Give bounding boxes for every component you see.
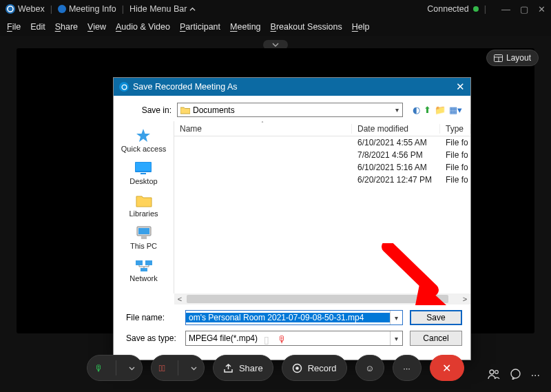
dialog-titlebar[interactable]: Save Recorded Meeting As ✕ — [114, 78, 470, 96]
scroll-left-icon[interactable]: < — [174, 295, 185, 303]
place-this-pc[interactable]: This PC — [130, 223, 157, 252]
cancel-button[interactable]: Cancel — [410, 331, 462, 346]
svg-rect-11 — [141, 236, 147, 239]
svg-point-17 — [295, 367, 299, 370]
end-meeting-button[interactable]: ✕ — [430, 355, 464, 381]
save-button[interactable]: Save — [410, 310, 462, 325]
save-dialog: Save Recorded Meeting As ✕ Save in: Docu… — [113, 77, 471, 360]
save-type-field[interactable]: MPEG4 file(*.mp4) ▾ — [185, 331, 403, 346]
ellipsis-icon: ··· — [403, 363, 410, 373]
video-button[interactable]: ▢⃠ — [151, 355, 205, 381]
save-type-value: MPEG4 file(*.mp4) — [186, 333, 390, 343]
panels-more-button[interactable]: ··· — [531, 369, 540, 382]
file-name-value: om's Personal Room 2021-07-09-08-50-31.m… — [186, 313, 390, 322]
folder-icon — [180, 106, 190, 114]
hide-menu-toggle[interactable]: Hide Menu Bar — [129, 4, 196, 14]
save-in-label: Save in: — [122, 105, 171, 115]
chevron-down-icon: ▾ — [391, 106, 402, 114]
share-button[interactable]: Share — [213, 355, 273, 381]
menu-bar: File Edit Share View Audio & Video Parti… — [0, 18, 551, 36]
chevron-down-icon[interactable]: ▾ — [390, 311, 402, 324]
place-desktop[interactable]: Desktop — [129, 158, 157, 187]
file-name-field[interactable]: om's Personal Room 2021-07-09-08-50-31.m… — [185, 310, 403, 325]
menu-edit[interactable]: Edit — [30, 22, 45, 32]
menu-file[interactable]: File — [7, 22, 21, 32]
menu-participant[interactable]: Participant — [180, 22, 220, 32]
quick-access-icon — [133, 127, 154, 144]
file-list[interactable]: Name Date modified Type ˄ 6/10/2021 4:55… — [174, 121, 470, 293]
file-row[interactable]: 6/10/2021 4:55 AMFile fo — [174, 136, 470, 149]
smile-icon: ☺ — [365, 363, 374, 373]
scroll-thumb[interactable] — [187, 295, 448, 303]
svg-point-0 — [8, 6, 13, 12]
device-phone-icon[interactable]: ▯ — [264, 334, 269, 345]
column-type[interactable]: Type — [440, 124, 470, 134]
place-label: Quick access — [121, 145, 166, 153]
webex-logo-icon — [6, 4, 15, 14]
close-icon: ✕ — [442, 362, 451, 375]
save-in-combo[interactable]: Documents ▾ — [177, 103, 403, 117]
desktop-icon — [133, 160, 154, 176]
hide-menu-label: Hide Menu Bar — [129, 4, 187, 14]
record-button[interactable]: Record — [282, 355, 347, 381]
svg-point-20 — [511, 369, 520, 378]
svg-rect-8 — [141, 173, 146, 174]
nav-back-icon[interactable]: ◐ — [413, 105, 420, 115]
horizontal-scrollbar[interactable]: < > — [174, 293, 470, 305]
separator: | — [50, 4, 52, 14]
menu-meeting[interactable]: Meeting — [230, 22, 260, 32]
libraries-icon — [134, 192, 154, 209]
place-libraries[interactable]: Libraries — [129, 190, 158, 220]
scroll-right-icon[interactable]: > — [459, 295, 470, 303]
separator: | — [122, 4, 124, 14]
place-label: This PC — [130, 242, 157, 250]
mute-button[interactable]: 🎙 — [87, 355, 143, 381]
layout-label: Layout — [506, 53, 531, 63]
menu-share[interactable]: Share — [55, 22, 78, 32]
column-date[interactable]: Date modified — [352, 124, 440, 134]
mute-options-chevron[interactable] — [122, 355, 142, 380]
file-row[interactable]: 7/8/2021 4:56 PMFile fo — [174, 149, 470, 161]
maximize-button[interactable]: ▢ — [520, 5, 528, 14]
file-name-label: File name: — [122, 313, 178, 322]
sort-indicator-icon: ˄ — [261, 121, 264, 127]
chat-panel-button[interactable] — [510, 369, 521, 382]
save-in-value: Documents — [193, 105, 235, 115]
minimize-button[interactable]: — — [501, 5, 510, 14]
svg-rect-14 — [141, 268, 147, 271]
file-row[interactable]: 6/20/2021 12:47 PMFile fo — [174, 174, 470, 186]
record-label: Record — [308, 363, 337, 373]
menu-help[interactable]: Help — [352, 22, 370, 32]
new-folder-icon[interactable]: 📁 — [435, 105, 446, 115]
app-name: Webex — [18, 4, 45, 14]
file-list-header[interactable]: Name Date modified Type ˄ — [174, 121, 470, 136]
dialog-title-text: Save Recorded Meeting As — [133, 82, 237, 92]
participants-panel-button[interactable] — [488, 369, 500, 382]
mic-muted-icon[interactable]: 🎙 — [278, 334, 287, 345]
view-menu-icon[interactable]: ▦▾ — [449, 105, 462, 115]
chevron-down-icon[interactable]: ▾ — [390, 331, 402, 345]
place-label: Network — [129, 274, 157, 282]
info-icon[interactable] — [58, 5, 66, 13]
separator: | — [484, 4, 486, 14]
nav-up-icon[interactable]: ⬆ — [424, 105, 431, 115]
close-window-button[interactable]: ✕ — [538, 5, 545, 14]
svg-rect-13 — [145, 260, 152, 265]
file-row[interactable]: 6/10/2021 5:16 AMFile fo — [174, 161, 470, 174]
menu-audio-video[interactable]: Audio & Video — [116, 22, 170, 32]
meeting-info-link[interactable]: Meeting Info — [69, 4, 116, 14]
place-network[interactable]: Network — [129, 255, 157, 285]
video-options-chevron[interactable] — [184, 355, 204, 380]
svg-rect-7 — [136, 163, 151, 171]
dialog-close-button[interactable]: ✕ — [456, 81, 465, 93]
layout-button[interactable]: Layout — [486, 50, 539, 66]
video-off-icon: ▢⃠ — [158, 363, 165, 373]
record-icon — [292, 363, 302, 373]
chevron-up-icon — [189, 6, 196, 12]
menu-view[interactable]: View — [87, 22, 106, 32]
reactions-button[interactable]: ☺ — [355, 355, 384, 381]
place-quick-access[interactable]: Quick access — [121, 125, 166, 155]
menu-breakout[interactable]: Breakout Sessions — [271, 22, 342, 32]
svg-point-19 — [495, 371, 498, 374]
more-options-button[interactable]: ··· — [393, 355, 422, 381]
